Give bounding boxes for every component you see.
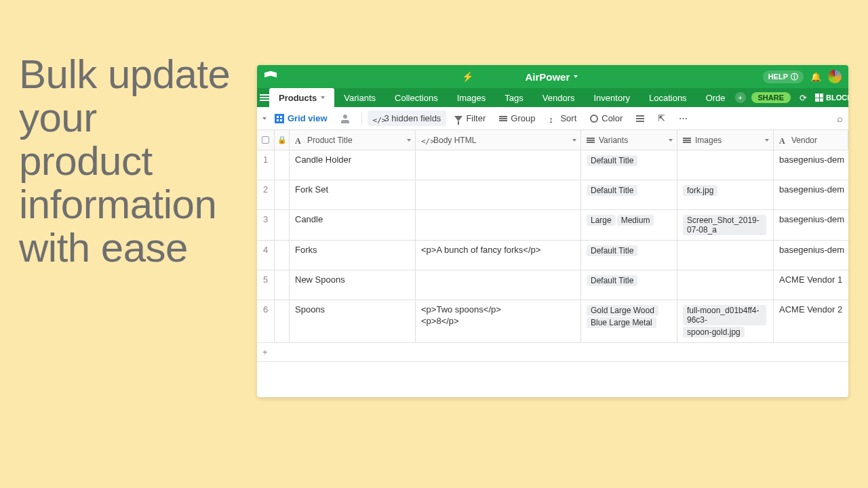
cell-images[interactable] xyxy=(677,270,774,300)
tab-locations[interactable]: Locations xyxy=(639,88,696,107)
cell-body[interactable]: <p>Two spoons</p><p>8</p> xyxy=(416,300,581,342)
row-expand[interactable] xyxy=(275,150,290,180)
cell-images[interactable]: fork.jpg xyxy=(677,180,774,209)
cell-variants[interactable]: Gold Large WoodBlue Large Metal xyxy=(581,300,677,342)
column-header-body-html[interactable]: Body HTML xyxy=(416,130,581,150)
cell-title[interactable]: New Spoons xyxy=(290,270,416,300)
table-row[interactable]: 4Forks<p>A bunch of fancy forks</p>Defau… xyxy=(257,241,848,270)
cell-body[interactable] xyxy=(416,210,581,240)
table-row[interactable]: 5New SpoonsDefault TitleACME Vendor 1 xyxy=(257,270,848,300)
cell-title[interactable]: Forks xyxy=(290,241,416,270)
variant-chip[interactable]: Default Title xyxy=(587,155,637,166)
tab-tags[interactable]: Tags xyxy=(495,88,532,107)
row-expand[interactable] xyxy=(275,210,290,240)
column-header-product-title[interactable]: A Product Title xyxy=(290,130,416,150)
image-chip[interactable]: spoon-gold.jpg xyxy=(683,327,745,338)
notifications-bell-icon[interactable]: 🔔 xyxy=(809,70,823,83)
select-all-header[interactable] xyxy=(257,130,275,150)
cell-images[interactable] xyxy=(677,241,774,270)
image-chip[interactable]: Screen_Shot_2019-07-08_a xyxy=(683,215,766,235)
cell-variants[interactable]: Default Title xyxy=(581,270,677,300)
cell-vendor[interactable]: basegenius-dem xyxy=(774,180,848,209)
group-button[interactable]: Group xyxy=(494,110,540,126)
cell-images[interactable]: full-moon_d01b4ff4-96c3-spoon-gold.jpg xyxy=(677,300,774,342)
cell-vendor[interactable]: basegenius-dem xyxy=(774,241,848,270)
cell-vendor[interactable]: ACME Vendor 2 xyxy=(774,300,848,342)
variant-chip[interactable]: Default Title xyxy=(587,245,637,256)
variant-chip[interactable]: Gold Large Wood xyxy=(587,305,658,316)
row-height-button[interactable] xyxy=(631,113,650,125)
cell-variants[interactable]: Default Title xyxy=(581,241,677,270)
column-header-variants[interactable]: Variants xyxy=(581,130,677,150)
views-menu-caret-icon[interactable] xyxy=(262,117,267,120)
tab-vendors[interactable]: Vendors xyxy=(533,88,585,107)
filter-button[interactable]: Filter xyxy=(449,110,491,126)
search-icon[interactable]: ⌕ xyxy=(837,113,843,124)
row-number[interactable]: 3 xyxy=(257,210,275,240)
variant-chip[interactable]: Default Title xyxy=(587,275,637,286)
table-row[interactable]: 2Fork SetDefault Titlefork.jpgbasegenius… xyxy=(257,180,848,210)
grid-view-button[interactable]: Grid view xyxy=(269,110,333,126)
add-row-button[interactable]: + xyxy=(257,343,848,362)
cell-vendor[interactable]: basegenius-dem xyxy=(774,150,848,180)
row-expand[interactable] xyxy=(275,180,290,209)
hidden-fields-button[interactable]: 3 hidden fields xyxy=(368,110,447,126)
history-icon[interactable]: ⟳ xyxy=(796,91,810,104)
tab-images[interactable]: Images xyxy=(448,88,496,107)
blocks-button[interactable]: BLOCKS xyxy=(815,94,848,102)
variant-chip[interactable]: Blue Large Metal xyxy=(587,317,656,328)
cell-variants[interactable]: LargeMedium xyxy=(581,210,677,240)
table-row[interactable]: 3CandleLargeMediumScreen_Shot_2019-07-08… xyxy=(257,210,848,241)
cell-body[interactable] xyxy=(416,270,581,300)
tab-inventory[interactable]: Inventory xyxy=(584,88,639,107)
table-row[interactable]: 1Candle HolderDefault Titlebasegenius-de… xyxy=(257,150,848,180)
cell-body[interactable]: <p>A bunch of fancy forks</p> xyxy=(416,241,581,270)
image-chip[interactable]: full-moon_d01b4ff4-96c3- xyxy=(683,305,766,325)
row-number[interactable]: 4 xyxy=(257,241,275,270)
tab-collections[interactable]: Collections xyxy=(385,88,448,107)
tab-products[interactable]: Products xyxy=(269,88,334,107)
column-header-images[interactable]: Images xyxy=(677,130,774,150)
more-button[interactable]: ⋯ xyxy=(673,110,693,126)
automation-bolt-icon[interactable]: ⚡ xyxy=(462,71,473,82)
row-expand[interactable] xyxy=(275,270,290,300)
cell-vendor[interactable]: ACME Vendor 1 xyxy=(774,270,848,300)
data-grid[interactable]: 1Candle HolderDefault Titlebasegenius-de… xyxy=(257,150,848,397)
add-table-icon[interactable]: + xyxy=(735,92,746,103)
variant-chip[interactable]: Default Title xyxy=(587,185,637,196)
cell-vendor[interactable]: basegenius-dem xyxy=(774,210,848,240)
row-number[interactable]: 2 xyxy=(257,180,275,209)
cell-title[interactable]: Candle Holder xyxy=(290,150,416,180)
app-title[interactable]: AirPower xyxy=(525,71,578,83)
tab-orde[interactable]: Orde xyxy=(696,88,735,107)
row-expand[interactable] xyxy=(275,241,290,270)
variant-chip[interactable]: Large xyxy=(587,215,616,226)
cell-body[interactable] xyxy=(416,150,581,180)
cell-variants[interactable]: Default Title xyxy=(581,150,677,180)
cell-images[interactable] xyxy=(677,150,774,180)
cell-title[interactable]: Candle xyxy=(290,210,416,240)
help-button[interactable]: HELP ⓘ xyxy=(763,70,804,83)
column-header-vendor[interactable]: A Vendor xyxy=(774,130,848,150)
share-button[interactable]: SHARE xyxy=(751,92,791,103)
row-number[interactable]: 1 xyxy=(257,150,275,180)
avatar[interactable] xyxy=(828,70,842,83)
share-view-button[interactable]: ⇱ xyxy=(652,110,671,126)
cell-title[interactable]: Spoons xyxy=(290,300,416,342)
app-logo-icon[interactable] xyxy=(264,70,277,83)
cell-variants[interactable]: Default Title xyxy=(581,180,677,209)
row-expand[interactable] xyxy=(275,300,290,342)
cell-images[interactable]: Screen_Shot_2019-07-08_a xyxy=(677,210,774,240)
image-chip[interactable]: fork.jpg xyxy=(683,185,717,196)
tab-variants[interactable]: Variants xyxy=(334,88,385,107)
variant-chip[interactable]: Medium xyxy=(617,215,654,226)
color-button[interactable]: Color xyxy=(585,110,628,126)
row-number[interactable]: 6 xyxy=(257,300,275,342)
tables-menu-icon[interactable] xyxy=(260,88,269,107)
collaborators-button[interactable] xyxy=(336,111,356,126)
row-number[interactable]: 5 xyxy=(257,270,275,300)
sort-button[interactable]: Sort xyxy=(543,110,582,126)
cell-body[interactable] xyxy=(416,180,581,209)
cell-title[interactable]: Fork Set xyxy=(290,180,416,209)
table-row[interactable]: 6Spoons<p>Two spoons</p><p>8</p>Gold Lar… xyxy=(257,300,848,343)
